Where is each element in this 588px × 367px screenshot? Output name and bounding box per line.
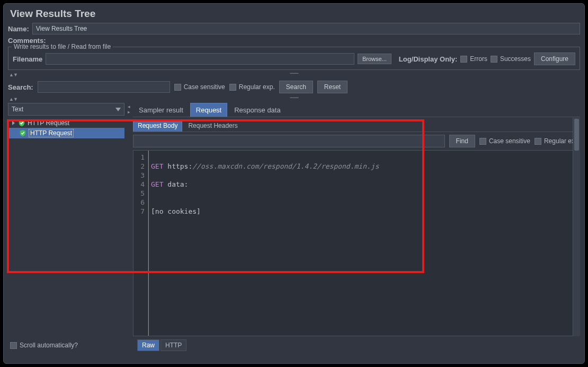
search-label: Search: bbox=[8, 83, 33, 91]
scroll-auto-checkbox[interactable]: Scroll automatically? bbox=[10, 342, 78, 349]
chevron-down-icon bbox=[115, 108, 121, 111]
file-legend: Write results to file / Read from file bbox=[12, 43, 113, 50]
name-row: Name: bbox=[8, 23, 580, 34]
name-input[interactable] bbox=[32, 23, 580, 34]
configure-button[interactable]: Configure bbox=[534, 53, 575, 65]
browse-button[interactable]: Browse... bbox=[358, 54, 391, 64]
line-gutter: 1 2 3 4 5 6 7 bbox=[133, 151, 148, 336]
successes-checkbox[interactable]: Successes bbox=[491, 55, 531, 63]
collapse-bar-1[interactable]: ▲▼ ˇˇˇˇˇˇˇˇ bbox=[8, 72, 580, 77]
find-row: Find Case sensitive Regular exp. bbox=[133, 135, 580, 147]
subtab-request-body[interactable]: Request Body bbox=[133, 119, 182, 132]
search-regex-checkbox[interactable]: Regular exp. bbox=[229, 83, 275, 91]
tree-item-label: HTTP Request bbox=[28, 119, 69, 127]
find-case-checkbox[interactable]: Case sensitive bbox=[479, 137, 530, 145]
renderer-dropdown[interactable]: Text bbox=[8, 103, 124, 116]
tab-sampler-result[interactable]: Sampler result bbox=[133, 103, 189, 117]
vertical-scrollbar[interactable] bbox=[573, 118, 580, 336]
tree-pane: Text HTTP Request HTTP Request bbox=[8, 103, 124, 336]
tree-item[interactable]: HTTP Request bbox=[8, 128, 124, 138]
vertical-splitter[interactable]: ◂▸ bbox=[127, 103, 131, 336]
tree-item[interactable]: HTTP Request bbox=[8, 118, 124, 128]
logdisplay-label: Log/Display Only: bbox=[399, 55, 458, 63]
request-subtabs: Request Body Request Headers bbox=[133, 119, 580, 132]
expand-icon[interactable] bbox=[12, 121, 15, 125]
main-tabs: Sampler result Request Response data bbox=[133, 103, 580, 117]
filename-label: Filename bbox=[13, 55, 42, 63]
reset-button[interactable]: Reset bbox=[317, 81, 348, 93]
subtab-request-headers[interactable]: Request Headers bbox=[183, 119, 242, 132]
tab-request[interactable]: Request bbox=[190, 103, 227, 117]
results-panel: View Results Tree Name: Comments: Write … bbox=[3, 3, 585, 364]
collapse-bar-2[interactable]: ▲▼ ˇˇˇˇˇˇˇˇ bbox=[8, 97, 580, 102]
bottom-tabs: Raw HTTP bbox=[137, 339, 186, 351]
search-button[interactable]: Search bbox=[279, 81, 313, 93]
filename-input[interactable] bbox=[46, 53, 354, 65]
tree-item-label: HTTP Request bbox=[29, 129, 74, 137]
bottom-tab-http[interactable]: HTTP bbox=[161, 339, 186, 351]
scrollbar-thumb[interactable] bbox=[574, 119, 579, 151]
code-content[interactable]: GET https://oss.maxcdn.com/respond/1.4.2… bbox=[148, 151, 580, 336]
find-input[interactable] bbox=[133, 135, 445, 147]
success-shield-icon bbox=[18, 119, 25, 127]
details-pane: Sampler result Request Response data Req… bbox=[133, 103, 580, 336]
panel-title: View Results Tree bbox=[8, 6, 580, 23]
search-input[interactable] bbox=[38, 81, 170, 93]
bottom-row: Scroll automatically? Raw HTTP bbox=[8, 339, 580, 351]
renderer-value: Text bbox=[12, 106, 23, 113]
results-tree[interactable]: HTTP Request HTTP Request bbox=[8, 117, 124, 336]
errors-checkbox[interactable]: Errors bbox=[460, 55, 487, 63]
file-fieldset: Write results to file / Read from file F… bbox=[8, 47, 580, 70]
search-case-checkbox[interactable]: Case sensitive bbox=[174, 83, 225, 91]
success-shield-icon bbox=[19, 129, 26, 137]
code-area[interactable]: 1 2 3 4 5 6 7 GET https://oss.maxcdn.com… bbox=[133, 150, 580, 336]
name-label: Name: bbox=[8, 25, 29, 33]
split-pane: Text HTTP Request HTTP Request ◂▸ bbox=[8, 103, 580, 336]
bottom-tab-raw[interactable]: Raw bbox=[137, 339, 159, 351]
tab-response-data[interactable]: Response data bbox=[228, 103, 286, 117]
find-button[interactable]: Find bbox=[449, 135, 475, 147]
search-row: Search: Case sensitive Regular exp. Sear… bbox=[8, 77, 580, 97]
